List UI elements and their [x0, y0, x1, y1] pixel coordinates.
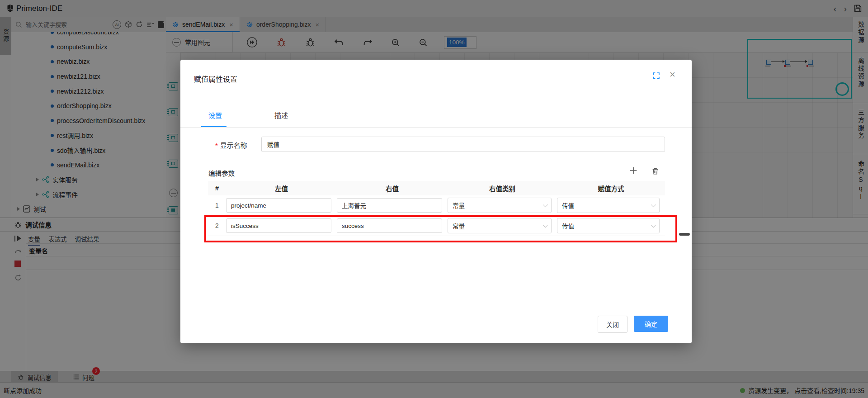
delete-row-icon[interactable] [651, 167, 659, 177]
chevron-down-icon [651, 202, 656, 207]
annotation-highlight-box [204, 215, 677, 242]
tab-divider [180, 127, 692, 128]
dialog-title: 赋值属性设置 [194, 73, 237, 84]
right-value-input[interactable] [337, 198, 442, 213]
dialog-tab-settings[interactable]: 设置 [208, 110, 222, 120]
add-row-icon[interactable] [629, 166, 637, 176]
assign-mode-select[interactable]: 传值 [557, 198, 660, 213]
scrollbar-thumb [679, 233, 690, 236]
edit-params-label: 编辑参数 [208, 168, 235, 178]
close-button[interactable]: 关闭 [598, 316, 627, 333]
display-name-input[interactable] [261, 137, 665, 152]
right-type-select[interactable]: 常量 [448, 198, 552, 213]
close-icon[interactable] [670, 70, 675, 80]
assignment-properties-dialog: 赋值属性设置 设置 描述 显示名称 编辑参数 # 左值 右值 右值类别 赋值方式 [180, 60, 692, 343]
dialog-tab-description[interactable]: 描述 [274, 110, 288, 120]
params-table-header: # 左值 右值 右值类别 赋值方式 [208, 181, 665, 195]
chevron-down-icon [543, 202, 548, 207]
left-value-input[interactable] [226, 198, 331, 213]
primeton-ide-window: Primeton-IDE ‹ › 资源 AI [0, 0, 868, 398]
params-row-1: 1 常量 传值 [208, 195, 665, 216]
fullscreen-icon[interactable] [652, 72, 660, 81]
display-name-label: 显示名称 [215, 140, 247, 150]
confirm-button[interactable]: 确定 [634, 316, 668, 332]
